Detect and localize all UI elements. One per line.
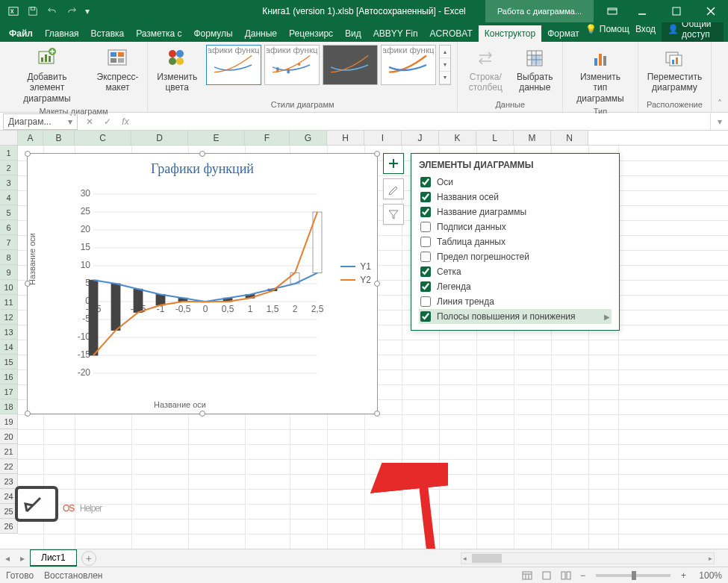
undo-icon[interactable] (43, 2, 61, 20)
row-header[interactable]: 17 (0, 384, 18, 399)
select-data-button[interactable]: Выбрать данные (513, 45, 556, 95)
add-chart-element-button[interactable]: Добавить элемент диаграммы (6, 45, 88, 105)
row-header[interactable]: 15 (0, 355, 18, 370)
maximize-button[interactable] (659, 0, 694, 22)
col-header[interactable]: H (327, 131, 364, 145)
col-header[interactable]: B (43, 131, 75, 145)
tab-abbyy[interactable]: ABBYY Fin (367, 25, 424, 42)
tab-scroll-left[interactable]: ◂ (0, 551, 15, 566)
zoom-in-button[interactable]: + (678, 570, 689, 581)
row-header[interactable]: 8 (0, 250, 18, 265)
checkbox[interactable] (420, 296, 431, 307)
tab-format[interactable]: Формат (541, 25, 585, 42)
cancel-icon[interactable]: ✕ (81, 113, 99, 130)
col-header[interactable]: M (514, 131, 551, 145)
flyout-item[interactable]: Предел погрешностей (419, 249, 612, 264)
flyout-item[interactable]: Таблица данных (419, 234, 612, 249)
sign-in[interactable]: Вход (635, 24, 656, 34)
col-header[interactable]: L (476, 131, 514, 145)
fx-icon[interactable]: fx (116, 113, 134, 130)
style-gallery-more[interactable]: ▴▾▾ (439, 45, 451, 85)
embedded-chart[interactable]: Графики функций Название оси -20-15-10-5… (27, 153, 378, 414)
row-header[interactable]: 12 (0, 310, 18, 325)
add-sheet-button[interactable]: + (81, 551, 96, 566)
row-header[interactable]: 1 (0, 146, 18, 160)
row-header[interactable]: 21 (0, 444, 18, 459)
tab-scroll-right[interactable]: ▸ (15, 551, 30, 566)
flyout-item[interactable]: Подписи данных (419, 219, 612, 234)
redo-icon[interactable] (63, 2, 81, 20)
sheet-tab[interactable]: Лист1 (30, 549, 77, 567)
row-header[interactable]: 2 (0, 160, 18, 175)
row-header[interactable]: 18 (0, 399, 18, 414)
tell-me[interactable]: 💡 Помощ (585, 24, 629, 34)
row-header[interactable]: 14 (0, 340, 18, 355)
row-header[interactable]: 11 (0, 295, 18, 310)
row-header[interactable]: 20 (0, 429, 18, 444)
zoom-level[interactable]: 100% (692, 570, 722, 581)
quick-layout-button[interactable]: Экспресс- макет (94, 45, 141, 95)
chart-style-1[interactable]: Графики функций (206, 45, 261, 85)
normal-view-icon[interactable] (519, 569, 535, 582)
qa-customize-icon[interactable]: ▾ (82, 2, 93, 20)
flyout-item[interactable]: Линия тренда (419, 294, 612, 309)
chart-style-4[interactable]: Графики функций (381, 45, 436, 85)
tab-home[interactable]: Главная (39, 25, 85, 42)
flyout-item[interactable]: Названия осей (419, 190, 612, 205)
tab-data[interactable]: Данные (239, 25, 283, 42)
change-colors-button[interactable]: Изменить цвета (154, 45, 200, 95)
chart-title[interactable]: Графики функций (28, 154, 377, 180)
row-header[interactable]: 9 (0, 265, 18, 280)
row-header[interactable]: 5 (0, 205, 18, 220)
row-header[interactable]: 22 (0, 459, 18, 474)
enter-icon[interactable]: ✓ (99, 113, 116, 130)
collapse-ribbon-icon[interactable]: ˄ (712, 42, 728, 112)
checkbox[interactable] (420, 237, 431, 247)
page-layout-view-icon[interactable] (538, 569, 555, 582)
tab-acrobat[interactable]: ACROBAT (424, 25, 479, 42)
flyout-item[interactable]: Полосы повышения и понижения▶ (419, 309, 612, 324)
chart-elements-button[interactable] (383, 153, 404, 174)
switch-row-col-button[interactable]: Строка/ столбец (464, 45, 507, 95)
row-header[interactable]: 19 (0, 414, 18, 429)
checkbox[interactable] (420, 207, 431, 217)
y-axis-title[interactable]: Название оси (28, 233, 37, 285)
col-header[interactable]: N (551, 131, 588, 145)
checkbox[interactable] (420, 266, 431, 277)
flyout-item[interactable]: Название диаграммы (419, 205, 612, 219)
checkbox[interactable] (420, 177, 431, 187)
chart-legend[interactable]: Y1 Y2 (340, 258, 371, 288)
minimize-button[interactable] (625, 0, 659, 22)
col-header[interactable]: I (364, 131, 402, 145)
move-chart-button[interactable]: Переместить диаграмму (644, 45, 706, 95)
row-header[interactable]: 3 (0, 175, 18, 190)
zoom-out-button[interactable]: − (577, 570, 588, 581)
tab-insert[interactable]: Вставка (85, 25, 131, 42)
col-header[interactable]: D (131, 131, 188, 145)
flyout-item[interactable]: Оси (419, 175, 612, 190)
row-header[interactable]: 10 (0, 280, 18, 295)
tab-review[interactable]: Рецензирс (283, 25, 339, 42)
save-icon[interactable] (24, 2, 42, 20)
tab-formulas[interactable]: Формулы (187, 25, 238, 42)
tab-view[interactable]: Вид (339, 25, 367, 42)
checkbox[interactable] (420, 222, 431, 232)
tab-file[interactable]: Файл (3, 25, 39, 42)
row-header[interactable]: 16 (0, 370, 18, 384)
row-header[interactable]: 7 (0, 235, 18, 250)
col-header[interactable]: F (245, 131, 290, 145)
row-header[interactable]: 6 (0, 220, 18, 235)
row-header[interactable]: 13 (0, 325, 18, 340)
plot-area[interactable]: -20-15-10-5051015202530-2,5-2-1,5-1-0,50… (71, 187, 325, 396)
tab-design[interactable]: Конструктор (479, 25, 541, 42)
col-header[interactable]: K (439, 131, 476, 145)
chart-filters-button[interactable] (383, 204, 404, 225)
close-button[interactable] (694, 0, 728, 22)
col-header[interactable]: C (75, 131, 131, 145)
col-header[interactable]: E (188, 131, 245, 145)
checkbox[interactable] (420, 281, 431, 292)
col-header[interactable]: A (18, 131, 43, 145)
zoom-slider[interactable] (596, 574, 671, 577)
formula-input[interactable] (134, 113, 710, 130)
name-box[interactable]: Диаграм...▾ (3, 113, 78, 130)
